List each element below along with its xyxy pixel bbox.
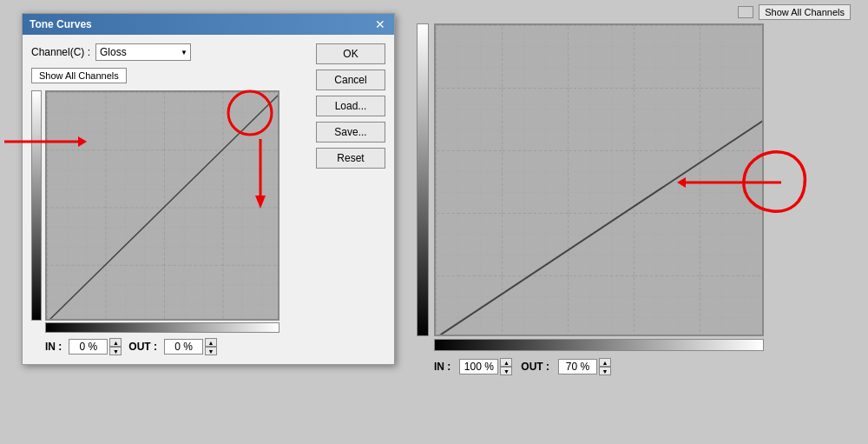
show-all-channels-button[interactable]: Show All Channels [759, 4, 851, 20]
ok-button[interactable]: OK [316, 43, 385, 64]
in-label: IN : [45, 341, 62, 353]
large-out-down-arrow[interactable]: ▼ [599, 367, 611, 375]
large-in-up-arrow[interactable]: ▲ [500, 358, 512, 367]
in-spinner-arrows[interactable]: ▲ ▼ [109, 338, 122, 355]
out-label: OUT : [128, 341, 157, 353]
out-spinner-arrows[interactable]: ▲ ▼ [205, 338, 217, 355]
svg-marker-12 [677, 177, 686, 188]
large-out-spinner[interactable]: ▲ ▼ [558, 358, 611, 375]
large-in-label: IN : [434, 361, 450, 373]
large-out-up-arrow[interactable]: ▲ [599, 358, 611, 367]
large-horizontal-gradient [434, 339, 764, 351]
large-out-label: OUT : [521, 361, 549, 373]
dialog-titlebar: Tone Curves ✕ [23, 14, 394, 35]
left-red-arrow [0, 129, 87, 155]
large-in-spinner[interactable]: ▲ ▼ [459, 358, 512, 375]
show-channels-wrapper: Show All Channels [31, 68, 309, 87]
large-in-input[interactable] [459, 359, 498, 374]
reset-button[interactable]: Reset [316, 148, 385, 169]
in-out-row-large: IN : ▲ ▼ OUT : ▲ ▼ [417, 358, 851, 375]
save-button[interactable]: Save... [316, 122, 385, 142]
out-spinner[interactable]: 0 % ▲ ▼ [164, 338, 217, 355]
show-all-channels-top: Show All Channels [417, 4, 851, 20]
in-input[interactable]: 0 % [69, 339, 108, 355]
large-out-input[interactable] [558, 359, 597, 374]
large-in-down-arrow[interactable]: ▼ [500, 367, 512, 375]
in-up-arrow[interactable]: ▲ [109, 338, 122, 347]
cancel-button[interactable]: Cancel [316, 70, 385, 90]
show-channels-button[interactable]: Show All Channels [31, 68, 127, 83]
out-input[interactable]: 0 % [164, 339, 203, 355]
large-curve-left [417, 23, 429, 351]
dialog-buttons: OK Cancel Load... Save... Reset [316, 43, 385, 355]
channel-select[interactable]: Gloss RGB Red Green Blue [95, 43, 191, 61]
horizontal-gradient [45, 322, 279, 333]
small-red-circle [224, 87, 276, 139]
dialog-body: Channel(C) : Gloss RGB Red Green Blue Sh… [23, 35, 394, 364]
in-out-row: IN : 0 % ▲ ▼ OUT : 0 % ▲ ▼ [31, 338, 309, 355]
channel-label: Channel(C) : [31, 46, 90, 58]
color-swatch [738, 6, 753, 18]
in-down-arrow[interactable]: ▼ [109, 347, 122, 355]
out-up-arrow[interactable]: ▲ [205, 338, 217, 347]
svg-marker-6 [255, 195, 266, 209]
svg-marker-4 [78, 136, 87, 147]
out-down-arrow[interactable]: ▼ [205, 347, 217, 355]
in-spinner[interactable]: 0 % ▲ ▼ [69, 338, 122, 355]
channel-select-wrapper[interactable]: Gloss RGB Red Green Blue [95, 43, 191, 61]
large-in-arrows[interactable]: ▲ ▼ [500, 358, 512, 375]
large-red-circle [733, 143, 812, 222]
load-button[interactable]: Load... [316, 96, 385, 116]
svg-point-7 [228, 91, 272, 135]
tone-curves-dialog: Tone Curves ✕ Channel(C) : Gloss RGB Red… [22, 13, 395, 365]
vertical-gradient [31, 90, 42, 321]
large-vertical-gradient [417, 23, 429, 336]
large-out-arrows[interactable]: ▲ ▼ [599, 358, 611, 375]
dialog-title: Tone Curves [30, 18, 92, 30]
channel-row: Channel(C) : Gloss RGB Red Green Blue [31, 43, 309, 61]
dialog-down-arrow [243, 135, 278, 213]
dialog-close-button[interactable]: ✕ [373, 17, 387, 31]
